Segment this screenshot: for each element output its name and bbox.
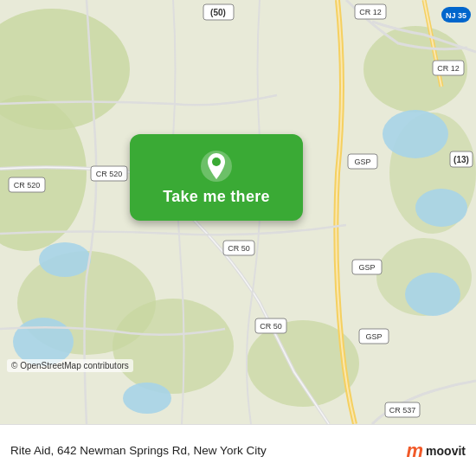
- svg-text:GSP: GSP: [365, 332, 382, 341]
- svg-point-14: [405, 273, 460, 316]
- button-label: Take me there: [163, 188, 270, 206]
- svg-point-44: [212, 158, 221, 166]
- take-me-there-button[interactable]: Take me there: [130, 134, 303, 221]
- svg-text:CR 520: CR 520: [96, 170, 123, 178]
- svg-point-9: [39, 242, 91, 277]
- svg-point-4: [113, 299, 234, 394]
- svg-text:GSP: GSP: [354, 158, 370, 166]
- svg-text:CR 50: CR 50: [260, 322, 282, 331]
- location-pin-icon: [200, 150, 233, 183]
- bottom-bar: Rite Aid, 642 Newman Springs Rd, New Yor…: [0, 424, 476, 476]
- svg-text:(13): (13): [453, 155, 469, 164]
- map-view: (50) NJ 35 CR 12 CR 12 CR 520 CR 520 GSP…: [0, 0, 476, 424]
- moovit-m-letter: m: [407, 440, 424, 462]
- moovit-logo: m moovit: [407, 440, 466, 462]
- svg-text:CR 50: CR 50: [228, 244, 250, 253]
- svg-text:(50): (50): [210, 8, 226, 17]
- svg-point-13: [415, 189, 467, 227]
- svg-text:CR 12: CR 12: [359, 8, 382, 16]
- svg-text:CR 520: CR 520: [14, 181, 41, 190]
- svg-text:GSP: GSP: [358, 263, 375, 272]
- svg-point-11: [123, 383, 171, 414]
- svg-point-12: [383, 110, 448, 158]
- svg-text:CR 12: CR 12: [437, 64, 460, 73]
- svg-text:CR 537: CR 537: [389, 406, 416, 415]
- moovit-wordmark: moovit: [426, 444, 466, 458]
- svg-text:NJ 35: NJ 35: [446, 11, 466, 20]
- map-attribution: © OpenStreetMap contributors: [7, 359, 133, 372]
- location-text: Rite Aid, 642 Newman Springs Rd, New Yor…: [10, 444, 407, 457]
